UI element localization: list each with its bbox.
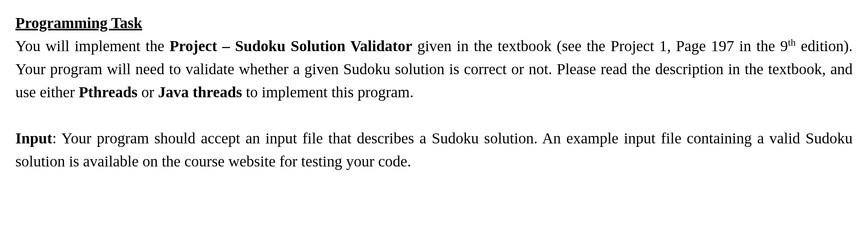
pthreads-bold: Pthreads (79, 83, 137, 101)
text-segment: You will implement the (15, 37, 169, 55)
text-segment: given in the textbook (see the Project 1… (412, 37, 788, 55)
java-threads-bold: Java threads (158, 83, 242, 101)
project-title-bold: Project – Sudoku Solution Validator (169, 37, 412, 55)
text-segment: : Your program should accept an input fi… (15, 130, 853, 170)
input-label-bold: Input (15, 130, 52, 147)
text-segment: or (137, 83, 158, 101)
text-segment: to implement this program. (242, 83, 414, 101)
paragraph-task: You will implement the Project – Sudoku … (15, 35, 853, 104)
paragraph-input: Input: Your program should accept an inp… (15, 127, 853, 173)
superscript-th: th (788, 37, 796, 48)
section-heading: Programming Task (15, 12, 853, 35)
